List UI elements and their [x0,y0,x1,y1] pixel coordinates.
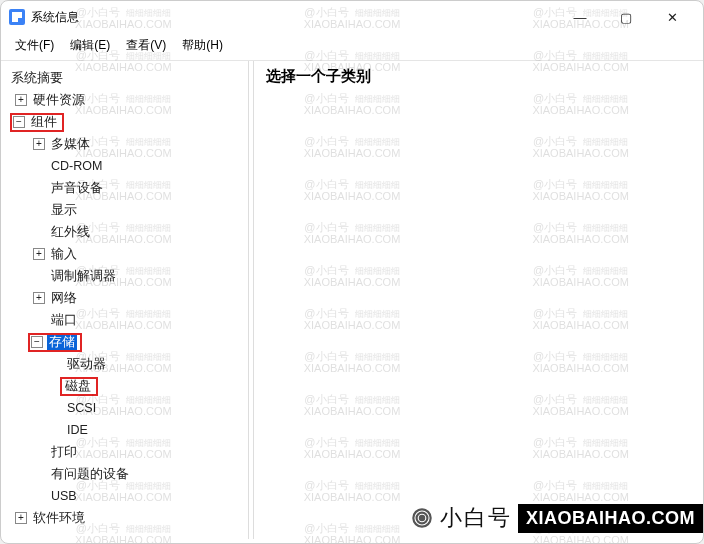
system-info-window: @小白号 细细细细细@小白号 细细细细细@小白号 细细细细细XIAOBAIHAO… [0,0,704,544]
node-scsi[interactable]: SCSI [1,397,248,419]
label-cdrom: CD-ROM [49,159,104,173]
label-software-env: 软件环境 [31,510,87,527]
node-software-env[interactable]: + 软件环境 [1,507,248,529]
menu-view[interactable]: 查看(V) [118,35,174,56]
node-display[interactable]: 显示 [1,199,248,221]
svg-point-0 [420,516,424,520]
expand-icon[interactable]: + [33,138,45,150]
node-multimedia[interactable]: + 多媒体 [1,133,248,155]
node-ports[interactable]: 端口 [1,309,248,331]
node-problem[interactable]: 有问题的设备 [1,463,248,485]
collapse-icon[interactable]: − [13,116,25,128]
node-storage[interactable]: − 存储 [1,331,248,353]
label-storage: 存储 [47,334,77,351]
expand-icon[interactable]: + [33,292,45,304]
label-display: 显示 [49,202,79,219]
menu-edit[interactable]: 编辑(E) [62,35,118,56]
badge-en-text: XIAOBAIHAO.COM [518,504,703,533]
badge-cn-text: 小白号 [440,503,512,533]
node-sound[interactable]: 声音设备 [1,177,248,199]
label-infrared: 红外线 [49,224,92,241]
node-hardware-resources[interactable]: + 硬件资源 [1,89,248,111]
content-pane: 选择一个子类别 [253,61,703,539]
label-sound: 声音设备 [49,180,105,197]
label-multimedia: 多媒体 [49,136,92,153]
node-input[interactable]: + 输入 [1,243,248,265]
tree-pane: 系统摘要 + 硬件资源 − 组件 + 多媒体 [1,61,249,539]
label-disks: 磁盘 [63,378,93,395]
menu-file[interactable]: 文件(F) [7,35,62,56]
maximize-button[interactable]: ▢ [603,1,649,33]
label-modem: 调制解调器 [49,268,118,285]
label-usb: USB [49,489,79,503]
label-hardware-res: 硬件资源 [31,92,87,109]
expand-icon[interactable]: + [33,248,45,260]
highlight-components: − 组件 [11,114,63,131]
node-network[interactable]: + 网络 [1,287,248,309]
node-ide[interactable]: IDE [1,419,248,441]
node-usb[interactable]: USB [1,485,248,507]
expand-icon[interactable]: + [15,512,27,524]
tree: 系统摘要 + 硬件资源 − 组件 + 多媒体 [1,67,248,529]
content-heading: 选择一个子类别 [266,67,691,86]
label-network: 网络 [49,290,79,307]
close-button[interactable]: ✕ [649,1,695,33]
node-system-summary[interactable]: 系统摘要 [1,67,248,89]
minimize-button[interactable]: — [557,1,603,33]
label-scsi: SCSI [65,401,98,415]
node-infrared[interactable]: 红外线 [1,221,248,243]
label-components: 组件 [29,114,59,131]
expand-icon[interactable]: + [15,94,27,106]
collapse-icon[interactable]: − [31,336,43,348]
wifi-icon [408,504,436,532]
app-icon [9,9,25,25]
label-input: 输入 [49,246,79,263]
label-problem: 有问题的设备 [49,466,131,483]
body-area: 系统摘要 + 硬件资源 − 组件 + 多媒体 [1,61,703,539]
node-drives[interactable]: 驱动器 [1,353,248,375]
node-modem[interactable]: 调制解调器 [1,265,248,287]
node-components[interactable]: − 组件 [1,111,248,133]
titlebar: 系统信息 — ▢ ✕ [1,1,703,33]
label-drives: 驱动器 [65,356,108,373]
window-title: 系统信息 [31,9,557,26]
watermark-badge: 小白号 XIAOBAIHAO.COM [408,503,703,533]
node-cdrom[interactable]: CD-ROM [1,155,248,177]
highlight-storage: − 存储 [29,334,81,351]
window-controls: — ▢ ✕ [557,1,695,33]
menubar: 文件(F) 编辑(E) 查看(V) 帮助(H) [1,33,703,61]
node-disks[interactable]: 磁盘 [1,375,248,397]
label-ide: IDE [65,423,90,437]
label-system-summary: 系统摘要 [9,70,65,87]
label-ports: 端口 [49,312,79,329]
menu-help[interactable]: 帮助(H) [174,35,231,56]
highlight-disks: 磁盘 [61,378,97,395]
label-print: 打印 [49,444,79,461]
node-print[interactable]: 打印 [1,441,248,463]
